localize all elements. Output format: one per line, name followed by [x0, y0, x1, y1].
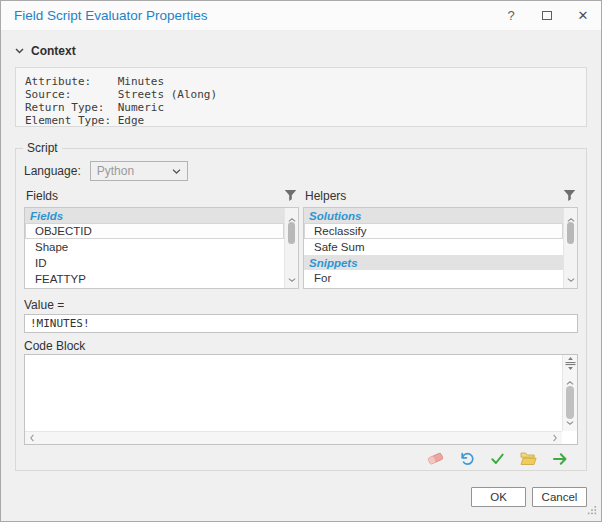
scrollbar-thumb[interactable] [567, 222, 574, 244]
fields-listbox: Fields OBJECTID Shape ID FEATTYP [24, 207, 299, 289]
scroll-down-icon[interactable] [285, 271, 298, 285]
context-details-text: Attribute: Minutes Source: Streets (Alon… [16, 68, 586, 127]
fields-scrollbar[interactable] [284, 208, 298, 288]
list-item[interactable]: ID [25, 255, 284, 271]
language-label: Language: [24, 164, 81, 178]
lists-row: Fields Fields OBJECTID Shape ID FEATTYP [24, 187, 578, 289]
list-item[interactable]: Safe Sum [304, 239, 563, 255]
fields-label: Fields [26, 189, 58, 203]
list-item[interactable]: Reclassify [304, 223, 563, 239]
helpers-listbox: Solutions Reclassify Safe Sum Snippets F… [303, 207, 578, 289]
scroll-left-icon[interactable] [30, 434, 34, 442]
value-label-row: Value = [24, 298, 578, 312]
title-bar: Field Script Evaluator Properties ? ✕ [1, 1, 601, 31]
helpers-label: Helpers [305, 189, 346, 203]
window-controls: ? ✕ [493, 2, 601, 30]
scroll-right-icon[interactable] [553, 434, 557, 442]
list-item[interactable]: OBJECTID [25, 223, 284, 239]
list-item[interactable]: FEATTYP [25, 271, 284, 287]
maximize-button[interactable] [529, 2, 565, 30]
context-section-header[interactable]: Context [15, 43, 587, 59]
open-folder-icon[interactable] [520, 450, 537, 467]
code-block-label-row: Code Block [24, 339, 578, 353]
dialog-buttons-row: OK Cancel [15, 487, 587, 507]
context-section-label: Context [31, 44, 76, 58]
filter-icon[interactable] [563, 189, 576, 202]
fields-label-row: Fields [24, 187, 299, 204]
chevron-down-icon [172, 169, 181, 174]
field-script-evaluator-dialog: Field Script Evaluator Properties ? ✕ Co… [0, 0, 602, 522]
list-item[interactable]: Shape [25, 239, 284, 255]
cancel-button[interactable]: Cancel [532, 487, 587, 507]
language-dropdown[interactable]: Python [90, 161, 188, 181]
resize-grip[interactable] [587, 504, 597, 518]
maximize-icon [542, 11, 552, 20]
fields-group-header: Fields [25, 208, 284, 223]
filter-icon[interactable] [284, 189, 297, 202]
help-icon: ? [507, 8, 514, 23]
splitter-handle-icon[interactable] [564, 357, 577, 373]
helpers-label-row: Helpers [303, 187, 578, 204]
scroll-down-icon[interactable] [563, 414, 577, 428]
code-vertical-scrollbar[interactable] [562, 355, 577, 431]
checkmark-icon[interactable] [489, 450, 506, 467]
export-arrow-icon[interactable] [551, 450, 568, 467]
code-horizontal-scrollbar[interactable] [25, 431, 562, 444]
script-group-label: Script [23, 141, 62, 155]
script-actions-row [24, 445, 578, 472]
helpers-column: Helpers Solutions Reclassify Safe Sum Sn… [303, 187, 578, 289]
helpers-group-header: Snippets [304, 255, 563, 270]
close-button[interactable]: ✕ [565, 2, 601, 30]
code-block-label: Code Block [24, 339, 85, 353]
code-block-input[interactable] [25, 355, 562, 431]
value-input[interactable] [24, 314, 578, 333]
eraser-icon[interactable] [427, 450, 444, 467]
helpers-scrollbar[interactable] [563, 208, 577, 288]
fields-column: Fields Fields OBJECTID Shape ID FEATTYP [24, 187, 299, 289]
value-label: Value = [24, 298, 64, 312]
script-groupbox: Script Language: Python Fields [15, 148, 587, 471]
helpers-group-header: Solutions [304, 208, 563, 223]
language-value: Python [97, 164, 134, 178]
window-title: Field Script Evaluator Properties [14, 8, 208, 23]
help-button[interactable]: ? [493, 2, 529, 30]
ok-button[interactable]: OK [471, 487, 526, 507]
chevron-down-icon [15, 48, 24, 54]
close-icon: ✕ [578, 8, 589, 23]
context-info-box: Attribute: Minutes Source: Streets (Alon… [15, 67, 587, 127]
undo-icon[interactable] [458, 450, 475, 467]
code-block-area [24, 354, 578, 445]
scroll-down-icon[interactable] [564, 271, 577, 285]
list-item[interactable]: For [304, 270, 563, 286]
language-row: Language: Python [24, 161, 578, 181]
scrollbar-thumb[interactable] [288, 222, 295, 244]
